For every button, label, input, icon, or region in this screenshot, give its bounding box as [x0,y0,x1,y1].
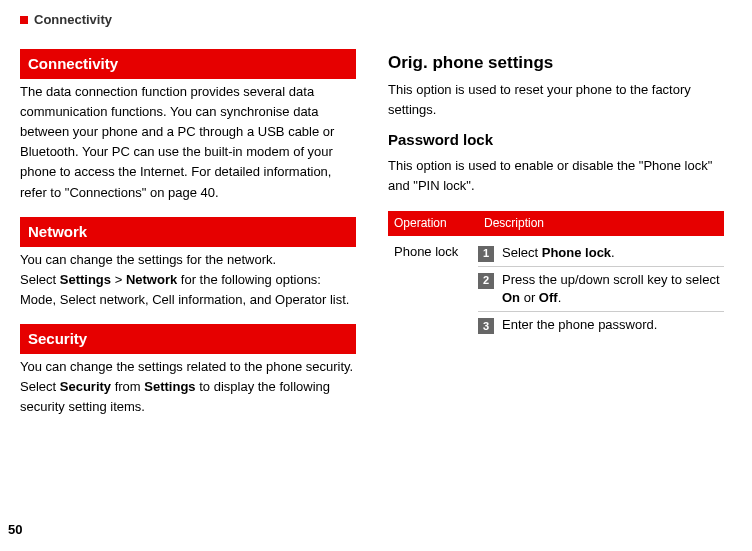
password-lock-text: This option is used to enable or disable… [388,156,724,196]
connectivity-text: The data connection function provides se… [20,82,356,203]
security-prefix: Select [20,379,60,394]
network-gt: > [111,272,126,287]
operation-table: Operation Description Phone lock 1 Selec… [388,211,724,339]
section-title-network: Network [20,217,356,247]
security-text: You can change the settings related to t… [20,357,356,417]
table-operation-cell: Phone lock [388,236,478,339]
header-marker: Connectivity [20,10,724,31]
step-post: . [558,290,562,305]
orig-phone-settings-text: This option is used to reset your phone … [388,80,724,120]
step-row: 3 Enter the phone password. [478,312,724,338]
network-prefix: Select [20,272,60,287]
step-post: . [611,245,615,260]
step-bold2: Off [539,290,558,305]
step-bold: On [502,290,520,305]
step-mid: or [520,290,539,305]
step-row: 1 Select Phone lock. [478,240,724,267]
step-number-icon: 3 [478,318,494,334]
orig-phone-settings-heading: Orig. phone settings [388,49,724,76]
table-body: Phone lock 1 Select Phone lock. 2 Press … [388,236,724,339]
network-bold2: Network [126,272,177,287]
step-text: Press the up/down scroll key to select O… [502,271,724,307]
password-lock-heading: Password lock [388,128,724,152]
table-description-cell: 1 Select Phone lock. 2 Press the up/down… [478,236,724,339]
network-intro: You can change the settings for the netw… [20,252,276,267]
network-bold1: Settings [60,272,111,287]
step-text: Select Phone lock. [502,244,615,262]
step-text: Enter the phone password. [502,316,657,334]
table-header-operation: Operation [388,211,478,236]
columns-container: Connectivity The data connection functio… [20,49,724,432]
step-pre: Enter the phone password. [502,317,657,332]
header-square-icon [20,16,28,24]
security-intro: You can change the settings related to t… [20,359,353,374]
left-column: Connectivity The data connection functio… [20,49,356,432]
security-bold2: Settings [144,379,195,394]
step-pre: Press the up/down scroll key to select [502,272,720,287]
network-text: You can change the settings for the netw… [20,250,356,310]
table-header-description: Description [478,211,724,236]
right-column: Orig. phone settings This option is used… [388,49,724,432]
section-title-security: Security [20,324,356,354]
page-number: 50 [8,520,22,541]
security-bold1: Security [60,379,111,394]
step-bold: Phone lock [542,245,611,260]
step-pre: Select [502,245,542,260]
security-mid: from [111,379,144,394]
step-row: 2 Press the up/down scroll key to select… [478,267,724,312]
step-number-icon: 2 [478,273,494,289]
table-header-row: Operation Description [388,211,724,236]
section-title-connectivity: Connectivity [20,49,356,79]
header-title: Connectivity [34,10,112,31]
step-number-icon: 1 [478,246,494,262]
